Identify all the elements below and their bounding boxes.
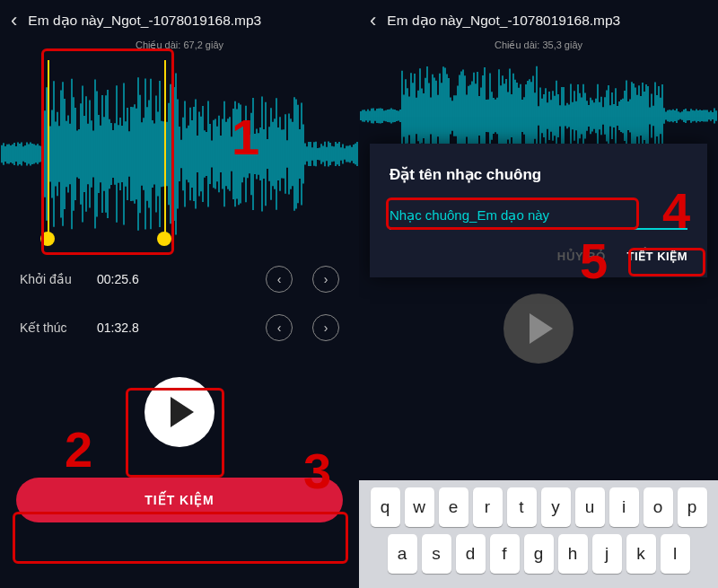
dialog-save-button[interactable]: TIẾT KIỆM — [627, 250, 687, 263]
header: ‹ Em dạo này_Ngot_-1078019168.mp3 — [0, 0, 359, 38]
header: ‹ Em dạo này_Ngot_-1078019168.mp3 — [359, 0, 718, 38]
trim-start-dot[interactable] — [40, 232, 55, 246]
key-s[interactable]: s — [422, 534, 451, 574]
back-icon[interactable]: ‹ — [11, 9, 17, 32]
key-u[interactable]: u — [575, 487, 605, 527]
key-l[interactable]: l — [661, 534, 690, 574]
file-title: Em dạo này_Ngot_-1078019168.mp3 — [387, 13, 707, 29]
key-t[interactable]: t — [507, 487, 537, 527]
file-title: Em dạo này_Ngot_-1078019168.mp3 — [28, 13, 348, 29]
ringtone-name-input[interactable] — [390, 204, 687, 230]
waveform-area[interactable] — [0, 53, 359, 255]
back-icon[interactable]: ‹ — [370, 9, 376, 32]
duration-label: Chiều dài: 35,3 giây — [359, 39, 718, 51]
key-p[interactable]: p — [678, 487, 707, 527]
save-button[interactable]: TIẾT KIỆM — [16, 478, 343, 522]
key-j[interactable]: j — [592, 534, 622, 574]
play-area — [0, 377, 359, 447]
end-next-button[interactable]: › — [312, 314, 339, 341]
trim-end-dot[interactable] — [157, 232, 171, 246]
rename-dialog: Đặt tên nhạc chuông HỦY BỎ TIẾT KIỆM — [370, 144, 707, 277]
end-prev-button[interactable]: ‹ — [266, 314, 293, 341]
key-g[interactable]: g — [524, 534, 554, 574]
play-area — [359, 294, 718, 364]
key-o[interactable]: o — [644, 487, 673, 527]
waveform-svg — [0, 53, 359, 255]
key-h[interactable]: h — [558, 534, 588, 574]
screen-right: ‹ Em dạo này_Ngot_-1078019168.mp3 Chiều … — [359, 0, 718, 588]
key-r[interactable]: r — [473, 487, 503, 527]
key-i[interactable]: i — [609, 487, 639, 527]
play-button[interactable] — [144, 377, 215, 447]
start-prev-button[interactable]: ‹ — [266, 266, 293, 293]
start-row: Khởi đầu 00:25.6 ‹ › — [0, 255, 359, 303]
start-value: 00:25.6 — [97, 272, 246, 286]
key-y[interactable]: y — [541, 487, 571, 527]
end-row: Kết thúc 01:32.8 ‹ › — [0, 303, 359, 352]
key-a[interactable]: a — [388, 534, 417, 574]
key-f[interactable]: f — [490, 534, 520, 574]
keyboard: qwertyuiop asdfghjkl — [359, 480, 718, 588]
keyboard-row-1: qwertyuiop — [359, 487, 718, 527]
trim-start-handle[interactable] — [48, 60, 49, 239]
start-label: Khởi đầu — [20, 272, 83, 286]
play-icon — [530, 313, 553, 344]
key-d[interactable]: d — [456, 534, 486, 574]
duration-label: Chiều dài: 67,2 giây — [0, 39, 359, 51]
play-button[interactable] — [503, 294, 574, 364]
play-icon — [171, 397, 194, 427]
key-k[interactable]: k — [626, 534, 656, 574]
key-e[interactable]: e — [439, 487, 468, 527]
dialog-title: Đặt tên nhạc chuông — [390, 165, 687, 184]
key-w[interactable]: w — [405, 487, 434, 527]
cancel-button[interactable]: HỦY BỎ — [557, 250, 606, 263]
keyboard-row-2: asdfghjkl — [359, 534, 718, 574]
start-next-button[interactable]: › — [312, 266, 339, 293]
dialog-actions: HỦY BỎ TIẾT KIỆM — [390, 250, 687, 263]
screen-left: ‹ Em dạo này_Ngot_-1078019168.mp3 Chiều … — [0, 0, 359, 588]
end-value: 01:32.8 — [97, 320, 246, 335]
end-label: Kết thúc — [20, 320, 83, 335]
trim-end-handle[interactable] — [164, 60, 166, 239]
key-q[interactable]: q — [371, 487, 400, 527]
